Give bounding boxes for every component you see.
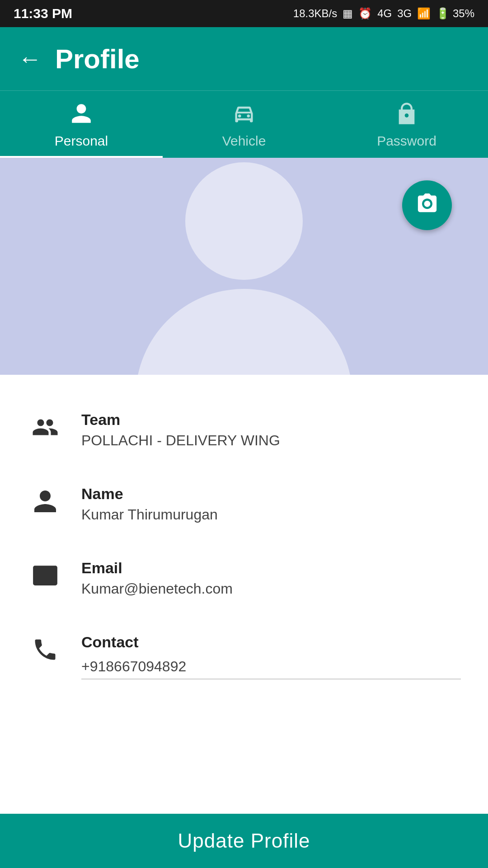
team-icon-container [27, 414, 63, 441]
team-value: POLLACHI - DELIVERY WING [81, 432, 461, 449]
personal-icon [70, 102, 93, 129]
tab-password-label: Password [377, 133, 436, 149]
email-label: Email [81, 559, 461, 577]
name-field-content: Name Kumar Thirumurugan [81, 485, 461, 523]
svg-point-0 [238, 114, 241, 117]
contact-input[interactable] [81, 655, 461, 679]
email-icon-container [27, 562, 63, 589]
team-label: Team [81, 411, 461, 429]
contact-field-content: Contact [81, 633, 461, 679]
signal-3g-icon: 3G [397, 7, 412, 20]
camera-fab-button[interactable] [402, 180, 452, 230]
wifi-icon: ▦ [343, 7, 353, 20]
avatar-section [0, 158, 488, 375]
avatar-circle [185, 162, 303, 280]
avatar-body [136, 289, 352, 375]
signal-4g-icon: 4G [377, 7, 392, 20]
tab-password[interactable]: Password [325, 91, 488, 158]
contact-label: Contact [81, 633, 461, 651]
header: ← Profile [0, 27, 488, 90]
team-field-row: Team POLLACHI - DELIVERY WING [27, 393, 461, 467]
name-field-row: Name Kumar Thirumurugan [27, 467, 461, 541]
camera-icon [415, 190, 440, 221]
battery-icon: 🔋 35% [436, 7, 474, 20]
vehicle-icon [232, 102, 256, 129]
status-time: 11:33 PM [14, 6, 72, 21]
avatar-placeholder [136, 158, 352, 375]
name-label: Name [81, 485, 461, 503]
tab-vehicle[interactable]: Vehicle [163, 91, 325, 158]
phone-icon [32, 636, 59, 663]
back-button[interactable]: ← [18, 45, 42, 72]
email-value: Kumar@bienetech.com [81, 580, 461, 597]
contact-icon-container [27, 636, 63, 663]
tab-bar: Personal Vehicle Password [0, 90, 488, 158]
email-icon [32, 562, 59, 589]
tab-personal[interactable]: Personal [0, 91, 163, 158]
tab-vehicle-label: Vehicle [222, 133, 266, 149]
team-field-content: Team POLLACHI - DELIVERY WING [81, 411, 461, 449]
status-icons: 18.3KB/s ▦ ⏰ 4G 3G 📶 🔋 35% [293, 7, 474, 20]
tab-personal-label: Personal [55, 133, 108, 149]
email-field-content: Email Kumar@bienetech.com [81, 559, 461, 597]
password-icon [395, 102, 418, 129]
person-icon [32, 488, 59, 515]
profile-form: Team POLLACHI - DELIVERY WING Name Kumar… [0, 375, 488, 716]
alarm-icon: ⏰ [358, 7, 372, 20]
team-icon [32, 414, 59, 441]
update-button-container: Update Profile [0, 814, 488, 868]
email-field-row: Email Kumar@bienetech.com [27, 541, 461, 615]
name-value: Kumar Thirumurugan [81, 506, 461, 523]
name-icon-container [27, 488, 63, 515]
svg-point-1 [247, 114, 250, 117]
update-profile-button[interactable]: Update Profile [0, 814, 488, 868]
wifi-signal-icon: 📶 [417, 7, 431, 20]
page-title: Profile [55, 43, 140, 75]
status-bar: 11:33 PM 18.3KB/s ▦ ⏰ 4G 3G 📶 🔋 35% [0, 0, 488, 27]
contact-field-row: Contact [27, 615, 461, 698]
network-speed: 18.3KB/s [293, 7, 337, 20]
